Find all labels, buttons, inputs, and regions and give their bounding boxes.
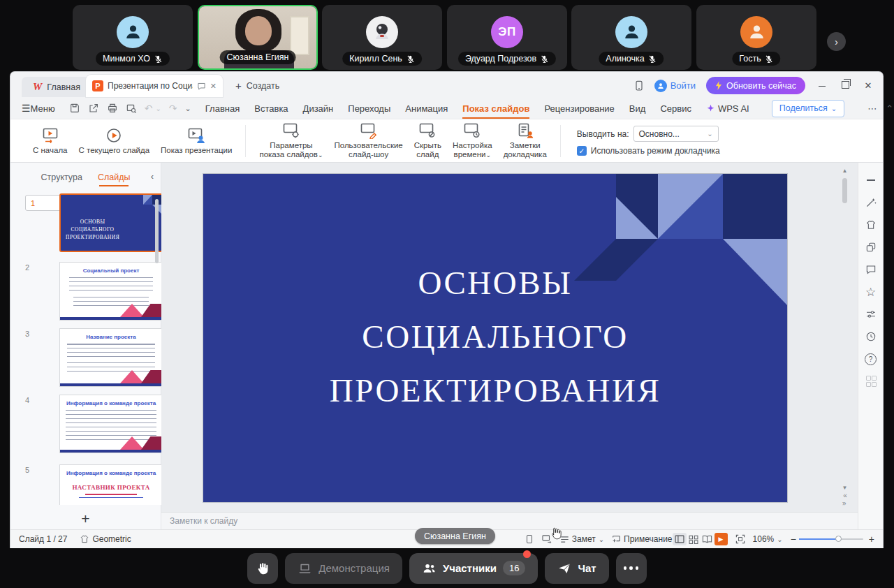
participant-tile[interactable]: Гость bbox=[696, 5, 816, 70]
help-icon[interactable]: ? bbox=[865, 353, 877, 365]
ai-wand-icon[interactable] bbox=[865, 196, 877, 209]
minimize-button[interactable] bbox=[816, 80, 828, 91]
collapse-sidebar-icon[interactable] bbox=[865, 174, 877, 186]
comments-panel-icon[interactable] bbox=[865, 263, 877, 276]
participant-tile[interactable]: Минмол ХО bbox=[73, 5, 193, 70]
export-icon[interactable] bbox=[88, 103, 99, 114]
slide-notes-input[interactable]: Заметки к слайду bbox=[161, 512, 858, 529]
scroll-up-icon[interactable]: ▲ bbox=[842, 168, 848, 174]
undo-icon[interactable]: ↶ bbox=[145, 103, 153, 114]
collapse-panel-icon[interactable]: ‹ bbox=[151, 171, 154, 182]
show-presentation-button[interactable]: Показ презентации bbox=[161, 127, 232, 155]
view-slide-sorter-button[interactable] bbox=[687, 533, 701, 545]
slideshow-settings-button[interactable]: Параметры показа слайдов⌄ bbox=[259, 122, 323, 160]
tab-wps-home[interactable]: W Главная bbox=[22, 77, 91, 97]
tab-outline[interactable]: Структура bbox=[41, 172, 82, 182]
menu-item-animation[interactable]: Анимация bbox=[405, 103, 448, 114]
mobile-device-icon[interactable] bbox=[634, 80, 644, 91]
next-participants-button[interactable]: › bbox=[827, 32, 846, 51]
comment-bubble-icon[interactable] bbox=[197, 82, 206, 91]
menu-item-slideshow[interactable]: Показ слайдов bbox=[462, 103, 529, 114]
print-icon[interactable] bbox=[107, 103, 118, 114]
scroll-down-icon[interactable]: ▼ bbox=[842, 485, 848, 491]
custom-slideshow-button[interactable]: Пользовательскиеслайд-шоу bbox=[335, 122, 403, 159]
zoom-level-button[interactable]: 106% ⌄ bbox=[753, 534, 783, 544]
output-display-select[interactable]: Основно... ⌄ bbox=[633, 126, 719, 142]
zoom-slider-knob[interactable] bbox=[835, 536, 842, 542]
view-normal-button[interactable] bbox=[673, 533, 687, 545]
panel-scrollbar[interactable] bbox=[155, 199, 159, 263]
favorites-star-icon[interactable]: ☆ bbox=[865, 286, 877, 298]
menu-item-review[interactable]: Рецензирование bbox=[544, 103, 614, 114]
redo-icon[interactable]: ↷ bbox=[169, 103, 177, 114]
raise-hand-button[interactable] bbox=[247, 553, 278, 584]
history-clock-icon[interactable] bbox=[865, 330, 877, 343]
rehearse-timings-button[interactable]: Настройка времени⌄ bbox=[453, 122, 492, 160]
slide-thumbnail-2[interactable]: Социальный проект bbox=[59, 262, 163, 321]
participant-tile-active-speaker[interactable]: Сюзанна Егиян bbox=[198, 5, 318, 70]
print-preview-icon[interactable] bbox=[126, 103, 137, 114]
from-current-slide-button[interactable]: С текущего слайда bbox=[79, 127, 150, 155]
slide-thumbnail-4[interactable]: Информация о команде проекта bbox=[59, 395, 163, 453]
participant-tile[interactable]: Кирилл Сень bbox=[322, 5, 442, 70]
theme-button[interactable]: Geometric bbox=[80, 534, 131, 544]
tab-slides[interactable]: Слайды bbox=[98, 172, 131, 182]
screen-share-button[interactable]: Демонстрация bbox=[285, 553, 402, 584]
login-button[interactable]: Войти bbox=[654, 80, 696, 92]
menu-item-transitions[interactable]: Переходы bbox=[348, 103, 390, 114]
design-styles-icon[interactable] bbox=[865, 219, 877, 231]
comment-insert-button[interactable]: Примечание bbox=[612, 534, 672, 544]
settings-sliders-icon[interactable] bbox=[865, 308, 877, 321]
next-slide-icon[interactable]: « bbox=[843, 501, 847, 506]
save-icon[interactable] bbox=[69, 103, 80, 114]
participant-tile[interactable]: ЭП Эдуард Подрезов bbox=[447, 5, 567, 70]
menu-item-insert[interactable]: Вставка bbox=[254, 103, 288, 114]
menu-label[interactable]: Меню bbox=[31, 103, 55, 114]
slide-thumbnail-3[interactable]: Название проекта bbox=[59, 328, 163, 387]
add-slide-button[interactable]: + bbox=[10, 510, 161, 527]
device-preview-button[interactable] bbox=[525, 534, 534, 544]
more-options-button[interactable] bbox=[616, 553, 647, 584]
slide-title-text[interactable]: ОСНОВЫ СОЦИАЛЬНОГО ПРОЕКТИРОВАНИЯ bbox=[203, 256, 787, 418]
editor-canvas[interactable]: ОСНОВЫ СОЦИАЛЬНОГО ПРОЕКТИРОВАНИЯ ▲ ▼ « … bbox=[161, 163, 858, 512]
menu-item-view[interactable]: Вид bbox=[629, 103, 646, 114]
participants-button[interactable]: Участники 16 bbox=[409, 553, 538, 584]
start-slideshow-button[interactable]: ▶ bbox=[715, 533, 728, 545]
menu-item-home[interactable]: Главная bbox=[205, 103, 240, 114]
menu-item-wps-ai[interactable]: WPS AI bbox=[706, 103, 749, 114]
menu-item-design[interactable]: Дизайн bbox=[303, 103, 334, 114]
zoom-out-button[interactable]: − bbox=[791, 534, 796, 545]
close-tab-icon[interactable]: ✕ bbox=[210, 82, 217, 91]
participant-tile[interactable]: Алиночка bbox=[571, 5, 691, 70]
chat-button[interactable]: Чат bbox=[545, 553, 608, 584]
close-window-button[interactable]: ✕ bbox=[862, 80, 874, 91]
zoom-slider[interactable] bbox=[799, 538, 863, 540]
notes-toggle-button[interactable]: Замет ⌄ bbox=[560, 534, 604, 544]
menu-item-tools[interactable]: Сервис bbox=[660, 103, 691, 114]
vertical-scrollbar[interactable]: ▲ ▼ « « bbox=[841, 167, 849, 508]
undo-dropdown-icon[interactable]: ⌄ bbox=[155, 105, 161, 112]
fit-slide-button[interactable] bbox=[735, 534, 745, 544]
more-options-icon[interactable]: ⋯ bbox=[867, 103, 877, 114]
view-reading-button[interactable] bbox=[701, 533, 715, 545]
zoom-in-button[interactable]: + bbox=[869, 534, 874, 545]
slide-thumbnail-1[interactable]: ОСНОВЫ СОЦИАЛЬНОГО ПРОЕКТИРОВАНИЯ bbox=[59, 193, 163, 252]
speaker-notes-button[interactable]: Заметкидокладчика bbox=[504, 122, 547, 159]
from-start-button[interactable]: С начала bbox=[33, 127, 68, 155]
hamburger-menu-icon[interactable]: ☰ bbox=[22, 103, 31, 114]
apps-grid-icon[interactable] bbox=[865, 375, 877, 388]
toolbar-more-icon[interactable]: ⌄ bbox=[185, 104, 191, 113]
tab-document[interactable]: P Презентация по Социальн ✕ bbox=[86, 75, 223, 97]
slide-thumbnail-5[interactable]: Информация о команде проекта НАСТАВНИК П… bbox=[59, 464, 163, 505]
previous-slide-icon[interactable]: « bbox=[843, 493, 847, 499]
shapes-library-icon[interactable] bbox=[865, 241, 877, 253]
share-button[interactable]: Поделиться ⌄ bbox=[772, 100, 844, 117]
upgrade-button[interactable]: Обновить сейчас bbox=[706, 77, 805, 94]
presenter-mode-checkbox[interactable]: ✓ bbox=[577, 146, 587, 156]
restore-button[interactable] bbox=[839, 80, 851, 91]
scrollbar-thumb[interactable] bbox=[842, 178, 847, 203]
current-slide[interactable]: ОСНОВЫ СОЦИАЛЬНОГО ПРОЕКТИРОВАНИЯ bbox=[203, 174, 787, 502]
new-document-button[interactable]: + Создать bbox=[235, 80, 279, 91]
collapse-ribbon-icon[interactable]: ⌃ bbox=[886, 103, 893, 114]
hide-slide-button[interactable]: Скрытьслайд bbox=[414, 122, 441, 159]
